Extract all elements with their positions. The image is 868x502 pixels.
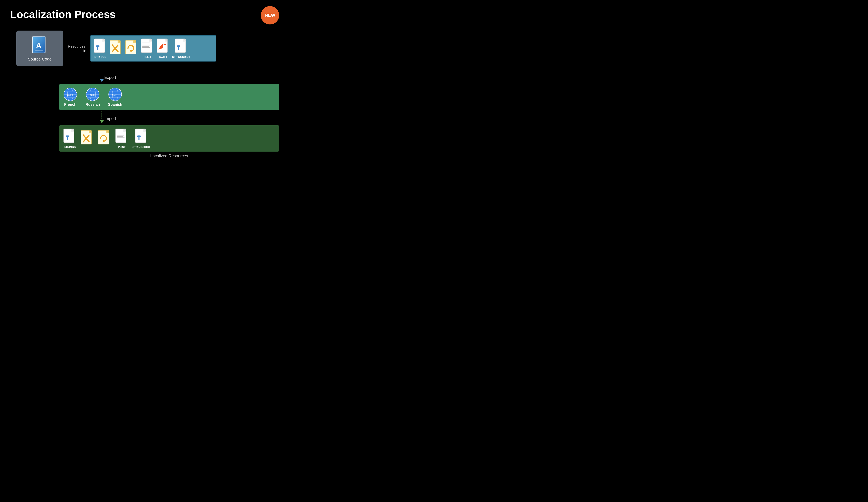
import-arrow-section: Import <box>95 111 279 121</box>
import-arrowhead <box>100 120 279 123</box>
file-plist: PLIST <box>141 38 154 59</box>
localized-resources-label: Localized Resources <box>59 154 279 158</box>
loc-file-xib <box>81 130 94 147</box>
horizontal-arrow <box>67 50 86 52</box>
resources-box: STRINGS <box>90 35 216 62</box>
file-xib <box>110 40 123 57</box>
svg-text:A: A <box>36 41 41 50</box>
source-code-box: A Source Code <box>16 31 63 66</box>
globe-icon-spanish: XLIFF <box>108 87 122 102</box>
source-code-label: Source Code <box>28 57 52 62</box>
file-swift: SWIFT <box>156 38 170 59</box>
svg-rect-63 <box>65 135 69 137</box>
globe-icon-french: XLIFF <box>63 87 78 102</box>
svg-text:XLIFF: XLIFF <box>112 94 118 96</box>
xliff-french-label: French <box>64 103 76 107</box>
strings-label: STRINGS <box>94 55 106 59</box>
xcode-file-icon: A <box>31 35 49 55</box>
xliff-box: XLIFF French XLIFF Russian <box>59 84 279 110</box>
file-storyboard <box>125 40 138 57</box>
plist-label: PLIST <box>144 55 151 59</box>
svg-text:XLIFF: XLIFF <box>90 94 96 96</box>
row-source: A Source Code Resources <box>16 31 279 66</box>
svg-rect-87 <box>137 135 141 137</box>
stringsdict-label: STRINGSDICT <box>172 55 190 59</box>
loc-strings-label: STRINGS <box>64 145 76 148</box>
xliff-row: XLIFF French XLIFF Russian <box>59 84 279 110</box>
file-stringsdict: STRINGSDICT <box>172 38 190 59</box>
xliff-spanish-label: Spanish <box>108 103 122 107</box>
xliff-french: XLIFF French <box>63 87 78 107</box>
new-badge: NEW <box>261 6 279 24</box>
svg-rect-5 <box>35 50 43 51</box>
arrow-resources: Resources <box>67 44 86 52</box>
loc-plist-label: PLIST <box>118 145 125 148</box>
loc-file-strings: STRINGS <box>63 128 76 148</box>
loc-file-stringsdict: STRINGSDICT <box>133 128 151 148</box>
swift-label: SWIFT <box>159 55 167 59</box>
page-title: Localization Process <box>10 8 279 20</box>
svg-rect-37 <box>177 45 180 47</box>
export-arrow-section: Export <box>95 66 279 80</box>
file-strings: STRINGS <box>94 38 107 59</box>
svg-text:XLIFF: XLIFF <box>67 94 74 96</box>
xliff-russian: XLIFF Russian <box>85 87 100 107</box>
diagram: A Source Code Resources <box>16 31 279 158</box>
svg-rect-10 <box>96 45 100 47</box>
xliff-spanish: XLIFF Spanish <box>108 87 122 107</box>
loc-file-plist: PLIST <box>115 128 128 148</box>
loc-file-storyboard <box>98 130 111 147</box>
xliff-russian-label: Russian <box>85 103 100 107</box>
localized-row: STRINGS <box>59 125 279 158</box>
export-arrowhead <box>100 79 279 82</box>
localized-box: STRINGS <box>59 125 279 151</box>
loc-stringsdict-label: STRINGSDICT <box>133 145 151 148</box>
resources-arrow-label: Resources <box>68 44 85 49</box>
globe-icon-russian: XLIFF <box>85 87 100 102</box>
